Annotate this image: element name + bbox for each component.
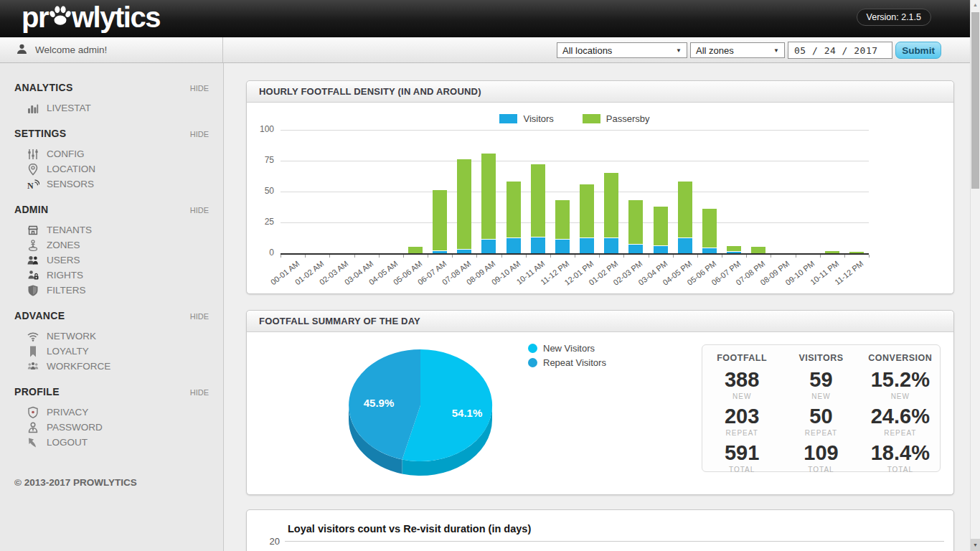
loyal-chart-title: Loyal visitors count vs Re-visit duratio… — [288, 523, 531, 534]
sidebar-item-rights[interactable]: RIGHTS — [0, 268, 223, 283]
sidebar-section-title: ANALYTICS — [14, 82, 73, 93]
stat-value: 50 — [781, 406, 860, 427]
hide-link[interactable]: HIDE — [190, 84, 209, 93]
stat-column-visitors: VISITORS59NEW50REPEAT109TOTAL — [781, 353, 860, 471]
network-icon — [26, 330, 40, 343]
stat-column-header: CONVERSION — [861, 353, 940, 363]
vertical-scrollbar[interactable]: ▲ ▼ — [970, 0, 980, 551]
x-tick-mark — [599, 255, 600, 258]
x-tick-mark — [575, 255, 575, 258]
x-tick-mark — [526, 255, 527, 258]
x-tick-mark — [746, 255, 747, 258]
x-tick-mark — [501, 255, 502, 258]
x-tick-mark — [796, 255, 796, 258]
hide-link[interactable]: HIDE — [190, 130, 209, 138]
bar-segment-passersby — [654, 207, 668, 245]
sidebar-item-filters[interactable]: FILTERS — [0, 283, 223, 298]
y-tick-label: 50 — [247, 186, 274, 196]
sidebar-item-logout[interactable]: LOGOUT — [0, 435, 223, 450]
sidebar-item-users[interactable]: USERS — [0, 253, 223, 268]
legend-label: Passersby — [606, 113, 650, 124]
date-input[interactable] — [788, 42, 892, 59]
logout-icon — [26, 436, 40, 449]
version-badge: Version: 2.1.5 — [857, 9, 931, 26]
submit-button[interactable]: Submit — [895, 42, 941, 59]
sidebar-item-password[interactable]: PASSWORD — [0, 420, 223, 435]
legend-label: Repeat Visitors — [543, 357, 606, 368]
bar-segment-visitors — [678, 238, 692, 253]
bar-segment-passersby — [628, 200, 643, 244]
x-tick-mark — [354, 255, 355, 258]
y-tick-label: 75 — [247, 155, 274, 165]
bar-segment-passersby — [751, 247, 765, 253]
stat-sublabel: REPEAT — [781, 429, 860, 437]
logo-text-post: wlytics — [72, 1, 160, 34]
x-tick-mark — [869, 255, 870, 258]
bar-segment-passersby — [457, 159, 471, 249]
x-tick-mark — [697, 255, 698, 258]
x-tick-mark — [305, 255, 306, 258]
welcome-text: Welcome admin! — [35, 44, 107, 55]
bar-segment-passersby — [825, 251, 839, 253]
hourly-bar-chart: VisitorsPassersby 100755025000-01 AM01-0… — [247, 103, 953, 293]
bar-segment-visitors — [604, 238, 618, 253]
location-select-value: All locations — [562, 45, 612, 56]
sidebar-item-livestat[interactable]: LIVESTAT — [0, 100, 223, 116]
sidebar-section-profile: PROFILEHIDEPRIVACYPASSWORDLOGOUT — [0, 386, 223, 450]
sidebar-section-title: ADMIN — [14, 204, 48, 215]
hide-link[interactable]: HIDE — [190, 206, 209, 215]
stat-value: 24.6% — [861, 406, 940, 427]
bar-segment-passersby — [408, 247, 423, 253]
svg-text:N: N — [27, 181, 34, 191]
zone-select-value: All zones — [696, 45, 734, 56]
sidebar-item-location[interactable]: LOCATION — [0, 161, 223, 176]
x-tick-mark — [281, 255, 281, 258]
legend-item: Visitors — [499, 113, 553, 124]
sidebar-item-workforce[interactable]: WORKFORCE — [0, 359, 223, 374]
password-icon — [26, 421, 40, 434]
sidebar-item-sensors[interactable]: NSENSORS — [0, 176, 223, 192]
sidebar-item-tenants[interactable]: TENANTS — [0, 222, 223, 237]
legend-dot — [528, 358, 537, 367]
sidebar-item-zones[interactable]: ZONES — [0, 237, 223, 253]
legend-item: New Visitors — [528, 341, 606, 355]
y-tick-label: 25 — [247, 217, 274, 227]
x-tick-mark — [379, 255, 380, 258]
hide-link[interactable]: HIDE — [190, 312, 209, 321]
bar-segment-visitors — [702, 248, 717, 253]
x-tick-mark — [329, 255, 330, 258]
scroll-up-arrow-icon[interactable]: ▲ — [971, 2, 980, 7]
sidebar-item-config[interactable]: CONFIG — [0, 146, 223, 161]
sidebar-item-privacy[interactable]: PRIVACY — [0, 405, 223, 420]
bar-segment-passersby — [555, 200, 570, 239]
scroll-down-arrow-icon[interactable]: ▼ — [971, 539, 980, 551]
scrollbar-thumb[interactable] — [971, 12, 979, 189]
bar-segment-passersby — [481, 154, 496, 239]
zone-select[interactable]: All zones ▼ — [690, 42, 785, 58]
app-logo[interactable]: pr wlytics — [22, 1, 160, 34]
stat-sublabel: REPEAT — [702, 429, 781, 437]
zones-icon — [26, 239, 40, 252]
filter-controls: All locations ▼ All zones ▼ Submit — [557, 42, 941, 59]
stat-sublabel: NEW — [702, 392, 781, 400]
bar-segment-visitors — [727, 252, 741, 253]
stat-sublabel: REPEAT — [861, 429, 940, 437]
loyal-visitors-panel: Loyal visitors count vs Re-visit duratio… — [246, 509, 954, 551]
bar-segment-visitors — [433, 251, 447, 253]
gridline — [285, 541, 944, 542]
location-select[interactable]: All locations ▼ — [557, 42, 687, 58]
gridline — [281, 222, 869, 223]
bar-segment-visitors — [481, 240, 496, 253]
hide-link[interactable]: HIDE — [190, 388, 209, 397]
gridline — [281, 130, 869, 131]
stat-sublabel: NEW — [861, 392, 940, 400]
stat-sublabel: TOTAL — [702, 466, 781, 474]
stat-value: 109 — [781, 443, 860, 463]
sidebar-item-loyalty[interactable]: LOYALTY — [0, 344, 223, 359]
sidebar-item-network[interactable]: NETWORK — [0, 329, 223, 344]
footfall-summary-panel: FOOTFALL SUMMARY OF THE DAY 54.1%45.9% N… — [246, 310, 954, 495]
stat-value: 203 — [702, 406, 781, 427]
paw-icon — [48, 1, 72, 34]
x-tick-mark — [403, 255, 404, 258]
stat-sublabel: NEW — [781, 392, 860, 400]
